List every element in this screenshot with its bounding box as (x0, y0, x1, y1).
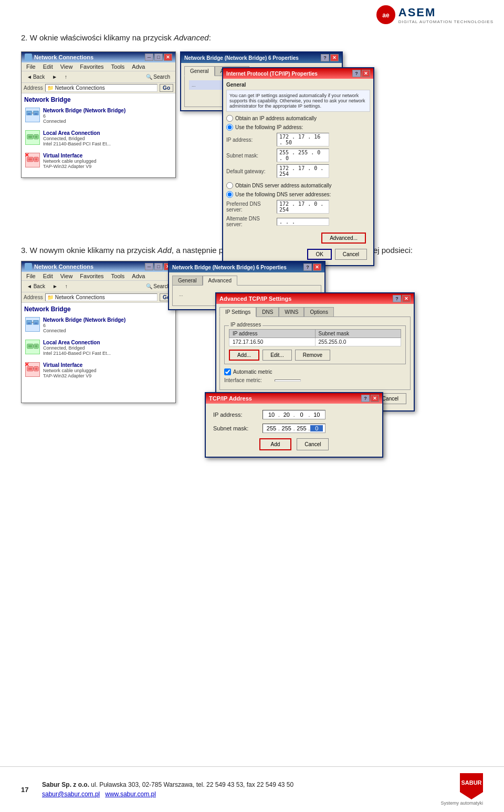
tcpip-close-btn-1[interactable]: ✕ (362, 70, 370, 77)
auto-metric-section: Automatic metric Interface metric: (224, 368, 406, 383)
ip-seg-4[interactable] (310, 412, 323, 418)
subnet-value-1[interactable]: 255 . 255 . 0 . 0 (277, 149, 329, 162)
tab-advanced-2[interactable]: Advanced (203, 276, 237, 286)
tcpip-addr-btn-row: Add Cancel (213, 438, 375, 450)
advanced-button-1[interactable]: Advanced... (321, 233, 366, 244)
menu-edit-2[interactable]: Edit (40, 272, 56, 280)
ip-address-field-input[interactable]: . . . (262, 410, 326, 419)
auto-metric-checkbox[interactable] (224, 368, 231, 375)
svg-text:ae: ae (382, 12, 390, 19)
mask-seg-1[interactable] (265, 425, 278, 431)
address-input-2[interactable]: 📁 Network Connections (45, 293, 158, 301)
radio-manual-ip-input-1[interactable] (226, 124, 233, 131)
tab-options[interactable]: Options (304, 307, 333, 317)
up-button-1[interactable]: ↑ (61, 72, 70, 81)
nc-window-icon-1 (25, 54, 32, 61)
advanced-tcpip-close-btn[interactable]: ✕ (402, 295, 411, 302)
menu-view-2[interactable]: View (58, 272, 76, 280)
gateway-value-1[interactable]: 172 . 17 . 0 . 254 (277, 164, 329, 178)
tab-general-1[interactable]: General (184, 66, 215, 76)
table-row: 172.17.16.50 255.255.0.0 (229, 338, 401, 346)
remove-ip-button[interactable]: Remove (295, 350, 330, 361)
menu-file-2[interactable]: File (24, 272, 38, 280)
tcpip-addr-cancel-button[interactable]: Cancel (297, 438, 329, 450)
company-logo: ae ASEM DIGITAL AUTOMATION TECHNOLOGIES (376, 5, 494, 24)
menu-favorites-1[interactable]: Favorites (77, 63, 106, 70)
footer-website-link[interactable]: www.sabur.com.pl (105, 790, 156, 798)
go-button-1[interactable]: Go (160, 84, 173, 92)
preferred-dns-value-1[interactable]: 172 . 17 . 0 . 254 (277, 200, 329, 214)
tcpip-addr-help-btn[interactable]: ? (361, 395, 370, 402)
add-ip-button[interactable]: Add... (229, 350, 259, 361)
mask-seg-3[interactable] (296, 425, 308, 431)
radio-auto-ip-input-1[interactable] (226, 115, 233, 122)
right-dialogs-1: Network Bridge (Network Bridge) 6 Proper… (180, 51, 364, 230)
address-input-1[interactable]: 📁 Network Connections (45, 84, 158, 92)
minimize-button-2[interactable]: ─ (145, 263, 153, 270)
subnet-mask-field-input[interactable]: . . . (262, 424, 326, 433)
mask-seg-2[interactable] (280, 425, 293, 431)
menu-file-1[interactable]: File (24, 63, 38, 70)
tab-dns[interactable]: DNS (256, 307, 279, 317)
tab-general-2[interactable]: General (172, 276, 203, 285)
minimize-button-1[interactable]: ─ (145, 54, 153, 61)
tcpip-help-btn-1[interactable]: ? (352, 70, 361, 77)
mask-seg-4[interactable] (310, 425, 323, 431)
list-item: Network Bridge (Network Bridge) 6 Connec… (24, 316, 173, 334)
bridge-close-btn-1[interactable]: ✕ (330, 54, 339, 61)
maximize-button-2[interactable]: □ (154, 263, 163, 270)
maximize-button-1[interactable]: □ (154, 54, 163, 61)
tcpip-addr-add-button[interactable]: Add (259, 438, 292, 450)
bridge-help-btn-2[interactable]: ? (303, 263, 312, 271)
bridge-detail2-2: Connected (43, 328, 172, 333)
tab-wins[interactable]: WINS (279, 307, 304, 317)
forward-button-2[interactable]: ► (49, 282, 61, 291)
error-icon-1: ✕ (25, 152, 29, 158)
menu-tools-1[interactable]: Tools (109, 63, 128, 70)
bridge-info-1: Network Bridge (Network Bridge) 6 Connec… (43, 108, 172, 124)
search-button-1[interactable]: 🔍 Search (143, 72, 173, 81)
menu-view-1[interactable]: View (58, 63, 76, 70)
menu-favorites-2[interactable]: Favorites (77, 272, 106, 280)
radio-auto-dns-input-1[interactable] (226, 182, 233, 189)
interface-metric-input[interactable] (275, 379, 301, 382)
forward-button-1[interactable]: ► (49, 72, 60, 81)
radio-auto-dns-label-1: Obtain DNS server address automatically (235, 183, 331, 188)
svg-rect-15 (35, 158, 38, 161)
ip-seg-2[interactable] (280, 412, 293, 418)
menu-edit-1[interactable]: Edit (40, 63, 56, 70)
back-button-2[interactable]: ◄ Back (24, 282, 48, 291)
ip-action-buttons: Add... Edit... Remove (229, 350, 401, 361)
tcpip-addr-titlebar: TCP/IP Address ? ✕ (206, 393, 382, 404)
ip-addr-value-1[interactable]: 172 . 17 . 16 . 50 (277, 133, 329, 146)
ip-seg-1[interactable] (265, 412, 278, 418)
ip-col-header: IP address (229, 330, 316, 338)
cancel-button-1[interactable]: Cancel (335, 249, 367, 260)
radio-manual-dns-input-1[interactable] (226, 191, 233, 198)
interface-metric-label: Interface metric: (224, 377, 271, 383)
bridge-close-btn-2[interactable]: ✕ (313, 263, 321, 271)
tab-ip-settings[interactable]: IP Settings (219, 307, 256, 317)
folder-icon-1: 📁 (47, 85, 54, 91)
footer-email-link[interactable]: sabur@sabur.com.pl (42, 790, 100, 798)
alternate-dns-value-1[interactable]: . . . (277, 218, 329, 226)
ip-seg-3[interactable] (296, 412, 308, 418)
back-button-1[interactable]: ◄ Back (24, 72, 48, 81)
auto-metric-row: Automatic metric (224, 368, 406, 375)
tcpip-body-1: General You can get IP settings assigned… (223, 79, 373, 265)
menu-adva-1[interactable]: Adva (129, 63, 148, 70)
header: ae ASEM DIGITAL AUTOMATION TECHNOLOGIES (0, 0, 504, 27)
menu-tools-2[interactable]: Tools (109, 272, 128, 280)
edit-ip-button[interactable]: Edit... (262, 350, 292, 361)
close-button-1[interactable]: ✕ (164, 54, 172, 61)
radio-manual-ip-label-1: Use the following IP address: (235, 124, 303, 130)
up-button-2[interactable]: ↑ (62, 282, 71, 291)
nc-main-content-1: Network Bridge Network Bridge (Netwo (22, 93, 175, 177)
tcpip-addr-close-btn[interactable]: ✕ (371, 395, 379, 402)
ok-button-1[interactable]: OK (307, 249, 331, 260)
bridge-help-btn-1[interactable]: ? (321, 54, 329, 61)
local-detail2-2: Intel 21140-Based PCI Fast Et... (43, 351, 172, 356)
menu-adva-2[interactable]: Adva (129, 272, 148, 280)
radio-manual-dns-label-1: Use the following DNS server addresses: (235, 192, 331, 197)
advanced-tcpip-help-btn[interactable]: ? (393, 295, 401, 302)
